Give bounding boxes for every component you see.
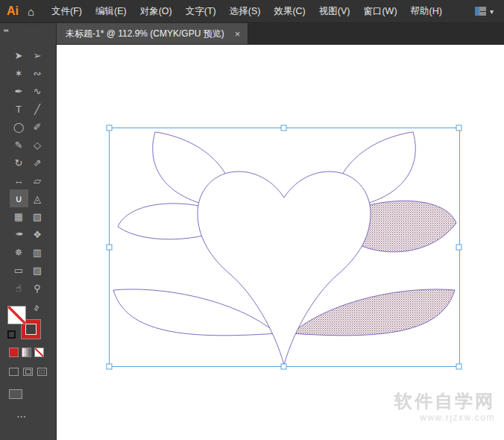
curvature-tool[interactable]: ∿ bbox=[28, 82, 47, 100]
menu-item[interactable]: 视图(V) bbox=[312, 0, 357, 22]
selection-handle[interactable] bbox=[107, 245, 112, 250]
selection-handle[interactable] bbox=[456, 125, 462, 131]
column-graph-tool[interactable]: ▥ bbox=[28, 243, 47, 261]
eyedropper-tool[interactable]: ✒ bbox=[10, 225, 28, 243]
menu-item[interactable]: 编辑(E) bbox=[89, 0, 133, 22]
watermark-site-name: 软件自学网 bbox=[394, 390, 495, 412]
hand-tool[interactable]: ☝ bbox=[10, 279, 28, 297]
screen-mode-button[interactable] bbox=[9, 389, 22, 399]
menu-bar: Ai ⌂ 文件(F)编辑(E)对象(O)文字(T)选择(S)效果(C)视图(V)… bbox=[0, 0, 504, 23]
winged-heart-drawing[interactable] bbox=[113, 132, 456, 365]
tools-panel: ◂◂ ········· ➤➢✶∾✒∿T╱◯✐✎◇↻⇗↔▱∪◬▦▧✒❖✵▥▭▨☝… bbox=[0, 22, 57, 440]
width-tool[interactable]: ↔ bbox=[10, 172, 28, 189]
magic-wand-tool[interactable]: ✶ bbox=[10, 64, 28, 82]
artwork-svg bbox=[57, 44, 504, 440]
lasso-tool[interactable]: ∾ bbox=[28, 64, 47, 82]
gradient-tool[interactable]: ▧ bbox=[28, 207, 47, 225]
menu-item[interactable]: 文件(F) bbox=[45, 0, 89, 22]
menu-item[interactable]: 效果(C) bbox=[267, 0, 312, 22]
blend-tool[interactable]: ❖ bbox=[28, 225, 47, 243]
menu-item[interactable]: 选择(S) bbox=[223, 0, 268, 22]
artboard-canvas[interactable]: 软件自学网 www.rjzxw.com bbox=[57, 44, 504, 440]
tools-grid: ➤➢✶∾✒∿T╱◯✐✎◇↻⇗↔▱∪◬▦▧✒❖✵▥▭▨☝⚲ bbox=[0, 46, 56, 297]
draw-behind-button[interactable] bbox=[23, 368, 33, 376]
home-icon[interactable]: ⌂ bbox=[26, 5, 45, 18]
mesh-tool[interactable]: ▦ bbox=[10, 207, 28, 225]
selection-handle[interactable] bbox=[107, 125, 112, 131]
selection-handle[interactable] bbox=[281, 364, 286, 369]
eraser-tool[interactable]: ◇ bbox=[28, 136, 47, 154]
pencil-tool[interactable]: ✎ bbox=[10, 136, 28, 154]
swap-fill-stroke-icon[interactable]: ⇄ bbox=[32, 304, 41, 312]
document-tab-title: 未标题-1* @ 112.9% (CMYK/GPU 预览) bbox=[66, 28, 224, 40]
slice-tool[interactable]: ▨ bbox=[28, 261, 47, 279]
ellipse-tool[interactable]: ◯ bbox=[10, 118, 28, 136]
selection-handle[interactable] bbox=[456, 364, 462, 369]
gradient-button[interactable] bbox=[22, 348, 31, 357]
document-tab[interactable]: 未标题-1* @ 112.9% (CMYK/GPU 预览) × bbox=[57, 23, 248, 44]
watermark-site-url: www.rjzxw.com bbox=[394, 412, 495, 424]
selection-handle[interactable] bbox=[107, 364, 112, 369]
watermark: 软件自学网 www.rjzxw.com bbox=[394, 390, 495, 424]
direct-selection-tool[interactable]: ➢ bbox=[28, 46, 47, 64]
shape-builder-tool[interactable]: ∪ bbox=[10, 189, 28, 207]
scale-tool[interactable]: ⇗ bbox=[28, 154, 47, 172]
workspace-switcher[interactable]: ▾ bbox=[464, 7, 504, 16]
drawing-modes bbox=[9, 368, 56, 376]
color-buttons bbox=[9, 348, 56, 357]
rotate-tool[interactable]: ↻ bbox=[10, 154, 28, 172]
line-segment-tool[interactable]: ╱ bbox=[28, 100, 47, 118]
menu-item[interactable]: 帮助(H) bbox=[404, 0, 449, 22]
perspective-grid-tool[interactable]: ◬ bbox=[28, 189, 47, 207]
draw-inside-button[interactable] bbox=[37, 368, 47, 376]
free-transform-tool[interactable]: ▱ bbox=[28, 172, 47, 189]
workspace-grid-icon bbox=[475, 7, 486, 16]
paintbrush-tool[interactable]: ✐ bbox=[28, 118, 47, 136]
zoom-tool[interactable]: ⚲ bbox=[28, 279, 47, 297]
artboard-tool[interactable]: ▭ bbox=[10, 261, 28, 279]
more-tools-icon[interactable]: ⋯ bbox=[16, 411, 56, 422]
none-button[interactable] bbox=[34, 348, 44, 357]
menu-items: 文件(F)编辑(E)对象(O)文字(T)选择(S)效果(C)视图(V)窗口(W)… bbox=[45, 0, 449, 22]
selection-handle[interactable] bbox=[456, 245, 462, 250]
menu-item[interactable]: 对象(O) bbox=[133, 0, 179, 22]
selection-handle[interactable] bbox=[281, 125, 286, 131]
tools-panel-header: ◂◂ ········· bbox=[0, 22, 56, 36]
close-icon[interactable]: × bbox=[235, 28, 241, 40]
selection-tool[interactable]: ➤ bbox=[10, 46, 28, 64]
menu-item[interactable]: 文字(T) bbox=[179, 0, 223, 22]
color-button[interactable] bbox=[9, 348, 19, 357]
menu-item[interactable]: 窗口(W) bbox=[356, 0, 403, 22]
fill-stroke-indicator: ⇄ bbox=[7, 306, 40, 339]
pen-tool[interactable]: ✒ bbox=[10, 82, 28, 100]
type-tool[interactable]: T bbox=[10, 100, 28, 118]
document-tab-bar: 未标题-1* @ 112.9% (CMYK/GPU 预览) × bbox=[56, 22, 504, 45]
panel-grip[interactable]: ········· bbox=[7, 28, 53, 33]
symbol-sprayer-tool[interactable]: ✵ bbox=[10, 243, 28, 261]
draw-normal-button[interactable] bbox=[9, 368, 19, 376]
default-fill-stroke-icon[interactable] bbox=[7, 330, 16, 339]
app-logo[interactable]: Ai bbox=[0, 4, 26, 18]
chevron-down-icon: ▾ bbox=[490, 7, 494, 16]
fill-swatch-none[interactable] bbox=[7, 306, 26, 324]
